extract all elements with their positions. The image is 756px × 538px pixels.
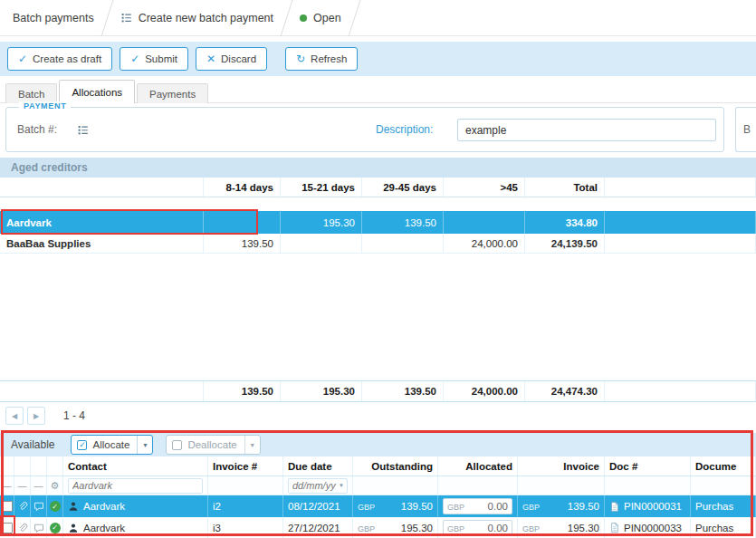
col-outstanding[interactable]: Outstanding	[353, 456, 438, 476]
col-allocated[interactable]: Allocated	[438, 456, 518, 476]
attachment-cell	[14, 495, 31, 517]
invoice-no-cell: i2	[208, 495, 283, 517]
table-row-aardvark[interactable]: Aardvark 195.30 139.50 334.80	[0, 211, 756, 234]
due-date-filter-input[interactable]: dd/mm/yy ▼	[288, 478, 348, 494]
filter-settings[interactable]: ⚙	[47, 476, 63, 495]
aged-value-total: 24,139.50	[525, 234, 605, 253]
aged-value-total: 334.80	[525, 211, 605, 234]
paperclip-icon[interactable]	[17, 523, 28, 533]
allocated-input[interactable]: GBP 0.00	[443, 498, 512, 514]
create-as-draft-button[interactable]: ✓ Create as draft	[7, 47, 112, 71]
currency-code: GBP	[522, 523, 540, 533]
pager-range-label: 1 - 4	[63, 409, 85, 422]
check-icon: ✓	[18, 53, 27, 64]
chevron-down-icon: ▼	[142, 442, 148, 448]
allocated-cell: GBP 0.00	[438, 495, 518, 517]
filter-comment: —	[31, 476, 47, 495]
row-select-cell	[0, 495, 14, 517]
col-status	[47, 456, 63, 476]
chevron-down-icon: ▼	[339, 483, 344, 488]
gear-icon: ⚙	[51, 480, 60, 492]
aged-value-over-45	[444, 211, 525, 234]
row-checkbox[interactable]	[2, 523, 13, 533]
contact-name: Aardvark	[83, 501, 125, 512]
create-as-draft-label: Create as draft	[33, 53, 101, 64]
breadcrumb-item-batch-payments[interactable]: Batch payments	[0, 0, 107, 35]
table-row-baabaa-supplies[interactable]: BaaBaa Supplies 139.50 24,000.00 24,139.…	[0, 234, 756, 254]
col-due-date[interactable]: Due date	[283, 456, 353, 476]
filter-due-date-cell: dd/mm/yy ▼	[283, 476, 353, 495]
contact-cell: Aardvark	[63, 517, 208, 538]
paperclip-icon[interactable]	[17, 501, 28, 512]
description-input[interactable]	[457, 119, 716, 141]
tab-batch[interactable]: Batch	[5, 83, 57, 103]
submit-label: Submit	[145, 53, 177, 64]
deallocate-button[interactable]: Deallocate ▼	[166, 435, 260, 455]
person-icon	[68, 523, 79, 533]
refresh-icon: ↻	[296, 53, 305, 64]
pager-next-button[interactable]: ▶	[27, 407, 45, 425]
allocate-dropdown-button[interactable]: ▼	[137, 436, 152, 454]
action-toolbar: ✓ Create as draft ✓ Submit ✕ Discard ↻ R…	[0, 42, 756, 76]
filter-allocated-cell	[438, 476, 518, 495]
col-contact[interactable]: Contact	[63, 456, 208, 476]
tab-payments[interactable]: Payments	[137, 83, 208, 103]
contact-filter-input[interactable]	[68, 478, 203, 494]
refresh-button[interactable]: ↻ Refresh	[285, 47, 358, 71]
batch-number-label: Batch #:	[17, 123, 57, 136]
tab-allocations[interactable]: Allocations	[59, 80, 135, 103]
table-row-invoice-i3[interactable]: ✓ Aardvark i3 27/12/2021 GBP 195.30 GBP …	[0, 517, 756, 538]
tabstrip: Batch Allocations Payments	[5, 80, 210, 103]
aged-value-15-21	[281, 234, 362, 253]
breadcrumb-item-create-new-batch-payment[interactable]: Create new batch payment	[108, 0, 286, 35]
total-15-21: 195.30	[281, 381, 362, 401]
currency-code: GBP	[522, 501, 540, 512]
col-invoice-no[interactable]: Invoice #	[208, 456, 283, 476]
outstanding-cell: GBP 139.50	[353, 495, 438, 517]
document-icon	[609, 501, 620, 513]
comment-icon[interactable]	[33, 523, 44, 533]
tab-label: Batch	[18, 89, 44, 100]
breadcrumb-label: Create new batch payment	[139, 12, 273, 24]
col-doc-no[interactable]: Doc #	[605, 456, 691, 476]
invoice-amount-cell: GBP 139.50	[518, 495, 605, 517]
discard-label: Discard	[221, 53, 256, 64]
doc-no-cell: PIN0000033	[605, 517, 691, 538]
aged-value-29-45	[362, 234, 444, 253]
aged-blank-row	[0, 197, 756, 211]
status-cell: ✓	[47, 495, 63, 517]
filter-outstanding-cell	[353, 476, 438, 495]
total-29-45: 139.50	[362, 381, 444, 401]
breadcrumb: Batch payments Create new batch payment …	[0, 0, 756, 36]
filter-attachment: —	[14, 476, 31, 495]
submit-button[interactable]: ✓ Submit	[120, 47, 188, 71]
comment-icon[interactable]	[33, 501, 44, 512]
doc-number: PIN0000033	[624, 523, 682, 533]
filter-doc-no-cell	[605, 476, 691, 495]
contact-name: Aardvark	[83, 523, 125, 533]
batch-lookup-icon[interactable]	[77, 124, 89, 136]
dash-icon: —	[34, 481, 43, 491]
table-row-invoice-i2[interactable]: ✓ Aardvark i2 08/12/2021 GBP 139.50 GBP …	[0, 495, 756, 517]
filter-document-type-cell	[691, 476, 756, 495]
deallocate-dropdown-button[interactable]: ▼	[244, 436, 260, 454]
chevron-down-icon: ▼	[249, 442, 255, 448]
col-document-type[interactable]: Docume	[691, 456, 756, 476]
aged-value-8-14: 139.50	[204, 234, 281, 253]
right-panel-partial: B	[735, 107, 756, 152]
aged-col-total: Total	[525, 178, 605, 197]
person-icon	[68, 501, 79, 512]
row-checkbox[interactable]	[2, 501, 13, 512]
breadcrumb-item-status-open[interactable]: Open	[287, 0, 354, 35]
col-invoice[interactable]: Invoice	[518, 456, 605, 476]
invoice-amount: 139.50	[568, 501, 599, 512]
close-icon: ✕	[206, 53, 215, 64]
due-date-cell: 08/12/2021	[283, 495, 353, 517]
allocate-button[interactable]: ✓ Allocate ▼	[71, 435, 153, 455]
pager-prev-button[interactable]: ◀	[5, 407, 24, 425]
discard-button[interactable]: ✕ Discard	[196, 47, 267, 71]
allocated-input[interactable]: GBP 0.00	[443, 520, 512, 536]
total-grand: 24,474.30	[525, 381, 605, 401]
aged-col-over-45: >45	[444, 178, 525, 197]
filter-contact-cell	[63, 476, 208, 495]
